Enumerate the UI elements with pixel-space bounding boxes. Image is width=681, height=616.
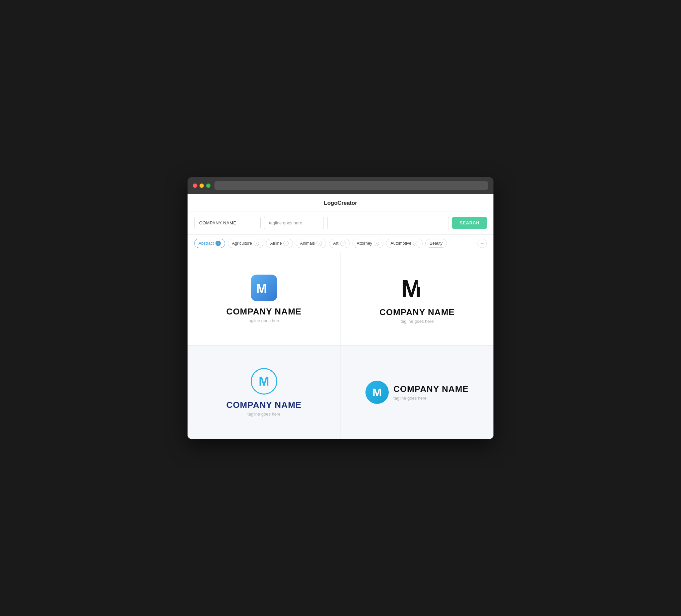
filter-tag-animals[interactable]: Animals bbox=[296, 239, 326, 248]
logo4-text-block: COMPANY NAME tagline goes here bbox=[394, 384, 469, 401]
search-bar: SEARCH bbox=[187, 211, 494, 235]
logo1-company-name: COMPANY NAME bbox=[226, 307, 302, 317]
check-icon-automotive bbox=[413, 241, 418, 246]
filter-tag-airline[interactable]: Airline bbox=[266, 239, 293, 248]
logo-card-4-inner: M COMPANY NAME tagline goes here bbox=[365, 381, 469, 404]
svg-text:M: M bbox=[256, 281, 266, 295]
logo3-tagline: tagline goes here bbox=[247, 412, 281, 416]
arrow-right-icon: → bbox=[480, 241, 484, 246]
filter-tag-art[interactable]: Art bbox=[329, 239, 350, 248]
logo4-container: M COMPANY NAME tagline goes here bbox=[365, 381, 469, 404]
logo3-m-letter: M bbox=[259, 374, 269, 389]
filter-label: Airline bbox=[270, 241, 282, 246]
minimize-button[interactable] bbox=[200, 183, 204, 188]
check-icon-animals bbox=[317, 241, 322, 246]
logo1-tagline: tagline goes here bbox=[247, 318, 281, 323]
logo-card-2-inner: M COMPANY NAME tagline goes here bbox=[379, 274, 455, 324]
app-header: LogoCreator bbox=[187, 194, 494, 211]
logo-card-3[interactable]: M COMPANY NAME tagline goes here bbox=[187, 346, 340, 439]
tagline-input[interactable] bbox=[264, 217, 324, 229]
url-bar[interactable] bbox=[215, 181, 488, 190]
logo-card-3-inner: M COMPANY NAME tagline goes here bbox=[226, 368, 302, 416]
logo-card-2[interactable]: M COMPANY NAME tagline goes here bbox=[341, 252, 494, 345]
logo2-icon: M bbox=[400, 274, 434, 302]
filter-label: Agriculture bbox=[232, 241, 252, 246]
filter-tag-beauty[interactable]: Beauty bbox=[425, 239, 447, 248]
logo4-company-name: COMPANY NAME bbox=[394, 384, 469, 394]
logo4-m-letter: M bbox=[372, 386, 382, 399]
extra-search-input[interactable] bbox=[327, 217, 449, 229]
app-title: LogoCreator bbox=[324, 200, 357, 206]
check-icon-airline bbox=[283, 241, 288, 246]
filter-tag-abstract[interactable]: Abstract bbox=[194, 239, 225, 248]
logo1-icon: M bbox=[251, 275, 277, 301]
browser-window: LogoCreator SEARCH Abstract Agriculture … bbox=[187, 177, 494, 439]
check-icon-abstract bbox=[216, 241, 221, 246]
check-icon-art bbox=[340, 241, 346, 246]
filter-label: Art bbox=[333, 241, 338, 246]
filter-label: Automotive bbox=[390, 241, 411, 246]
filter-tag-agriculture[interactable]: Agriculture bbox=[228, 239, 263, 248]
filter-tag-automotive[interactable]: Automotive bbox=[386, 239, 423, 248]
close-button[interactable] bbox=[193, 183, 197, 188]
maximize-button[interactable] bbox=[206, 183, 210, 188]
logo3-icon: M bbox=[251, 368, 277, 394]
logo2-tagline: tagline goes here bbox=[400, 319, 434, 324]
filter-tag-attorney[interactable]: Attorney bbox=[352, 239, 384, 248]
company-name-input[interactable] bbox=[194, 217, 261, 229]
logo4-tagline: tagline goes here bbox=[394, 395, 469, 401]
logo-card-1-inner: M COMPANY NAME tagline goes here bbox=[226, 275, 302, 323]
traffic-lights bbox=[193, 183, 210, 188]
logo2-m-svg: M bbox=[400, 274, 434, 301]
check-icon-agriculture bbox=[254, 241, 259, 246]
logo-grid: M COMPANY NAME tagline goes here M bbox=[187, 252, 494, 439]
logo-card-4[interactable]: M COMPANY NAME tagline goes here bbox=[341, 346, 494, 439]
filter-bar: Abstract Agriculture Airline Animals Art… bbox=[187, 235, 494, 252]
logo-card-1[interactable]: M COMPANY NAME tagline goes here bbox=[187, 252, 340, 345]
filter-label: Animals bbox=[300, 241, 314, 246]
app-content: LogoCreator SEARCH Abstract Agriculture … bbox=[187, 194, 494, 439]
filter-label: Beauty bbox=[430, 241, 443, 246]
logo1-m-svg: M bbox=[255, 281, 273, 295]
search-button[interactable]: SEARCH bbox=[452, 217, 487, 229]
logo2-company-name: COMPANY NAME bbox=[379, 307, 455, 317]
logo3-company-name: COMPANY NAME bbox=[226, 400, 302, 410]
check-icon-attorney bbox=[374, 241, 379, 246]
filter-next-button[interactable]: → bbox=[478, 239, 487, 248]
filter-label: Attorney bbox=[357, 241, 372, 246]
filter-label: Abstract bbox=[199, 241, 214, 246]
logo4-icon: M bbox=[365, 381, 389, 404]
browser-chrome bbox=[187, 177, 494, 194]
